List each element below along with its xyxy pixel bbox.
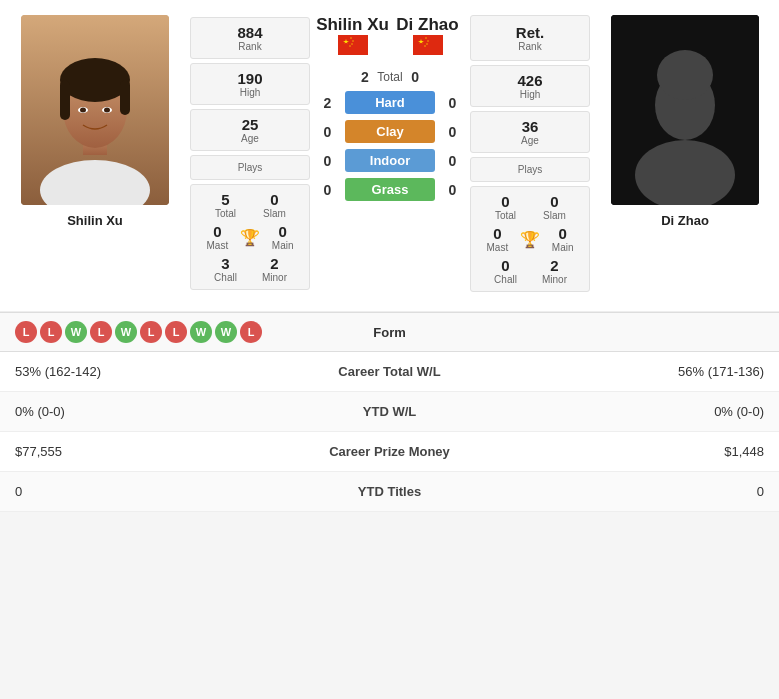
total-row: 2 Total 0 [352,69,427,85]
player2-trophy-icon: 🏆 [520,230,540,249]
player1-chall-item: 3 Chall [201,255,250,283]
player2-slam-label: Slam [543,210,566,221]
form-badges: LLWLWLLWWL [15,321,330,343]
player2-mast-value: 0 [493,225,501,242]
player2-plays-item: Plays [481,164,579,175]
svg-rect-17 [413,35,443,55]
player1-image [21,15,169,205]
grass-badge: Grass [345,178,435,201]
indoor-score-p2: 0 [440,153,465,169]
hard-badge: Hard [345,91,435,114]
clay-badge: Clay [345,120,435,143]
indoor-row: 0 Indoor 0 [315,149,465,172]
grass-row: 0 Grass 0 [315,178,465,201]
svg-point-9 [80,108,86,113]
form-badge-0: L [15,321,37,343]
hard-score-p2: 0 [440,95,465,111]
player2-age-label: Age [521,135,539,146]
player1-header-area: Shilin Xu [315,15,390,59]
player1-chall-label: Chall [214,272,237,283]
career-row: 53% (162-142) Career Total W/L 56% (171-… [0,352,779,392]
player1-age-box: 25 Age [190,109,310,151]
player1-high-box: 190 High [190,63,310,105]
player1-titles-row3: 3 Chall 2 Minor [201,255,299,283]
form-badge-5: L [140,321,162,343]
titles-p1: 0 [0,472,273,512]
player2-mast-label: Mast [487,242,509,253]
player2-titles-row3: 0 Chall 2 Minor [481,257,579,285]
player2-main-label: Main [552,242,574,253]
career-p1: 53% (162-142) [0,352,273,392]
player2-image [611,15,759,205]
player1-plays-item: Plays [201,162,299,173]
player2-trophy-item: 🏆 [514,230,547,249]
player2-stats: Ret. Rank 426 High 36 Age Plays [470,15,590,296]
player1-main-item: 0 Main [266,223,299,251]
player2-high-label: High [520,89,541,100]
form-badge-8: W [215,321,237,343]
prize-p2: $1,448 [506,432,779,472]
player1-total-value: 5 [221,191,229,208]
prize-label: Career Prize Money [273,432,507,472]
player1-main-label: Main [272,240,294,251]
player2-high-value: 426 [517,72,542,89]
player-section: Shilin Xu 884 Rank 190 High 25 Age [0,0,779,312]
prize-row: $77,555 Career Prize Money $1,448 [0,432,779,472]
player2-age-box: 36 Age [470,111,590,153]
player2-minor-item: 2 Minor [530,257,579,285]
player2-main-value: 0 [559,225,567,242]
player-right: Di Zhao [600,15,770,296]
form-label: Form [330,325,450,340]
player1-trophy-icon: 🏆 [240,228,260,247]
player1-main-value: 0 [279,223,287,240]
player1-slam-value: 0 [270,191,278,208]
player2-titles-row2: 0 Mast 🏆 0 Main [481,225,579,253]
player-names-row: Shilin Xu Di Zhao [315,15,465,59]
player2-rank-item: Ret. Rank [486,24,574,52]
svg-rect-11 [338,35,368,55]
player1-stats: 884 Rank 190 High 25 Age Plays [190,15,310,296]
player2-titles-box: 0 Total 0 Slam 0 Mast 🏆 [470,186,590,292]
player2-rank-label: Rank [518,41,541,52]
ytd-p2: 0% (0-0) [506,392,779,432]
player1-titles-row2: 0 Mast 🏆 0 Main [201,223,299,251]
player1-header-name: Shilin Xu [315,15,390,35]
career-p2: 56% (171-136) [506,352,779,392]
player2-header-name: Di Zhao [390,15,465,35]
titles-p2: 0 [506,472,779,512]
player1-high-label: High [240,87,261,98]
player1-slam-item: 0 Slam [250,191,299,219]
player2-plays-label: Plays [518,164,542,175]
player1-mast-item: 0 Mast [201,223,234,251]
player1-total-label: Total [215,208,236,219]
player2-main-item: 0 Main [546,225,579,253]
player1-age-label: Age [241,133,259,144]
player1-high-value: 190 [237,70,262,87]
grass-score-p1: 0 [315,182,340,198]
clay-score-p2: 0 [440,124,465,140]
player1-minor-label: Minor [262,272,287,283]
ytd-row: 0% (0-0) YTD W/L 0% (0-0) [0,392,779,432]
ytd-label: YTD W/L [273,392,507,432]
player1-rank-value: 884 [237,24,262,41]
player1-titles-row1: 5 Total 0 Slam [201,191,299,219]
player1-slam-label: Slam [263,208,286,219]
form-badge-1: L [40,321,62,343]
form-badge-3: L [90,321,112,343]
player1-mast-label: Mast [207,240,229,251]
total-label: Total [377,70,402,84]
player1-photo [21,15,169,205]
player2-total-label: Total [495,210,516,221]
player1-minor-value: 2 [270,255,278,272]
career-label: Career Total W/L [273,352,507,392]
indoor-score-p1: 0 [315,153,340,169]
player1-plays-label: Plays [238,162,262,173]
titles-row: 0 YTD Titles 0 [0,472,779,512]
player-left: Shilin Xu [10,15,180,296]
player1-age-value: 25 [242,116,259,133]
player2-chall-item: 0 Chall [481,257,530,285]
player2-titles-row1: 0 Total 0 Slam [481,193,579,221]
player2-rank-box: Ret. Rank [470,15,590,61]
player1-total-item: 5 Total [201,191,250,219]
clay-score-p1: 0 [315,124,340,140]
